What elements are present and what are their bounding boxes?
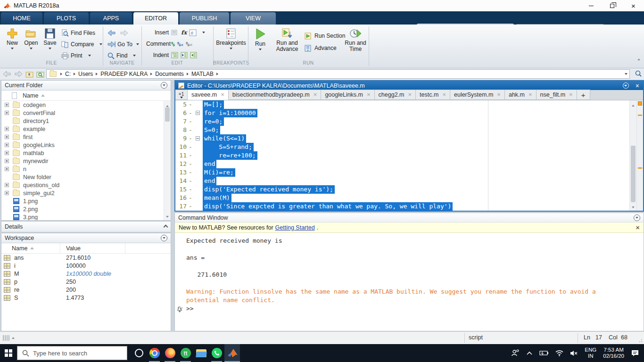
folder-forward-icon[interactable] <box>14 71 23 77</box>
editor-tab[interactable]: ahk.m × <box>505 90 537 100</box>
language-indicator[interactable]: ENG IN <box>585 347 596 359</box>
editor-scrollbar[interactable] <box>629 100 636 211</box>
ribbon-tab[interactable]: HOME <box>1 12 42 25</box>
address-search-icon[interactable] <box>635 70 642 77</box>
breakpoint-gutter[interactable]: - <box>187 194 194 202</box>
close-tab-icon[interactable]: × <box>569 92 573 97</box>
breakpoint-gutter[interactable]: - <box>187 117 194 126</box>
code-line[interactable]: 11 - re=re+100; <box>175 151 643 160</box>
find-button[interactable]: Find <box>107 51 136 60</box>
line-number[interactable]: 8 <box>175 126 187 134</box>
breakpoint-gutter[interactable]: - <box>187 151 194 160</box>
line-number[interactable]: 6 <box>175 109 187 117</box>
command-window-header[interactable]: Command Window <box>175 213 644 222</box>
command-output[interactable]: Expected received money is ans = 271.601… <box>175 233 644 313</box>
workspace-variable-row[interactable]: M 1x100000 double <box>1 270 171 278</box>
editor-tab[interactable]: eulerSystem.m × <box>450 90 505 100</box>
insert-fx-icon[interactable]: fx <box>181 29 187 36</box>
taskbar-pi-app-icon[interactable]: π <box>178 344 193 362</box>
workspace-variable-row[interactable]: re 200 <box>1 286 171 294</box>
uncomment-icon[interactable]: %✕ <box>177 41 183 48</box>
clock[interactable]: 7:53 AM 02/16/20 <box>603 347 624 359</box>
find-files-button[interactable]: Find Files <box>61 28 95 38</box>
indent-left-icon[interactable] <box>190 52 197 58</box>
folder-tree-item[interactable]: first <box>1 133 171 141</box>
breakpoint-gutter[interactable]: - <box>187 134 194 143</box>
editor-tab[interactable]: saveee.m × <box>188 90 229 100</box>
folder-tree-item[interactable]: 3.png <box>1 213 171 220</box>
code-line[interactable]: 14 - end <box>175 177 643 185</box>
code-fold-icon[interactable] <box>196 136 200 140</box>
line-number[interactable]: 13 <box>175 168 187 177</box>
comment-icon[interactable]: % <box>171 41 175 48</box>
line-number[interactable]: 10 <box>175 143 187 151</box>
code-line[interactable]: 5 - M=[]; <box>175 100 643 109</box>
code-line[interactable]: 17 - disp('Since expcted is greater than… <box>175 202 643 211</box>
breadcrumb-segment[interactable]: Documents <box>150 71 184 77</box>
code-editor[interactable]: 5 - M=[]; 6 - for i=1:100000 7 - re=0; 8 <box>175 100 643 211</box>
taskbar-chrome-icon[interactable] <box>147 344 162 362</box>
panel-menu-icon[interactable] <box>161 235 167 241</box>
folder-tree-item[interactable]: mathlab <box>1 149 171 157</box>
ribbon-tab[interactable]: VIEW <box>231 12 276 25</box>
minimize-button[interactable] <box>580 0 602 11</box>
ribbon-tab[interactable]: EDITOR <box>133 12 178 25</box>
warning-marker[interactable] <box>638 167 642 169</box>
message-indicator-icon[interactable] <box>638 101 642 106</box>
breadcrumb-segment[interactable]: PRADEEP KALRA <box>96 71 148 77</box>
resize-grip[interactable] <box>639 339 643 343</box>
indent-right-icon[interactable] <box>181 52 188 58</box>
breakpoint-gutter[interactable]: - <box>187 177 194 185</box>
close-tab-icon[interactable]: × <box>367 92 371 97</box>
fx-function-hints-icon[interactable]: fx <box>177 304 182 313</box>
advance-button[interactable]: Advance <box>305 43 337 53</box>
folder-tree-item[interactable]: convertFinal <box>1 109 171 117</box>
action-center-icon[interactable] <box>631 349 639 357</box>
new-tab-button[interactable]: + <box>577 90 590 100</box>
collapse-details-icon[interactable] <box>164 224 168 229</box>
taskbar-cortana-icon[interactable] <box>131 344 147 362</box>
run-section-button[interactable]: Run Section <box>305 31 345 41</box>
close-tab-icon[interactable]: × <box>442 92 446 97</box>
insert-dropdown-icon[interactable] <box>202 32 205 33</box>
expand-icon[interactable] <box>5 111 9 115</box>
open-button[interactable]: Open <box>22 26 41 60</box>
close-tab-icon[interactable]: × <box>497 92 501 97</box>
smart-indent-icon[interactable] <box>171 52 178 58</box>
breakpoint-gutter[interactable]: - <box>187 109 194 117</box>
folder-tree-item[interactable]: n <box>1 165 171 173</box>
editor-titlebar[interactable]: Editor - C:\Users\PRADEEP KALRA\Document… <box>175 81 643 90</box>
close-tab-icon[interactable]: × <box>314 92 317 97</box>
panel-menu-icon[interactable] <box>161 82 167 89</box>
restore-button[interactable] <box>602 0 623 11</box>
taskbar-whatsapp-icon[interactable] <box>209 344 224 362</box>
breakpoint-gutter[interactable]: - <box>187 202 194 211</box>
editor-menu-icon[interactable] <box>623 82 629 89</box>
code-line[interactable]: 7 - re=0; <box>175 117 643 126</box>
close-banner-icon[interactable]: × <box>636 223 640 231</box>
breakpoint-gutter[interactable]: - <box>187 185 194 194</box>
breakpoint-gutter[interactable]: - <box>187 100 194 109</box>
taskbar-firefox-icon[interactable] <box>162 344 178 362</box>
folder-tree-item[interactable]: simple_gui2 <box>1 189 171 197</box>
battery-icon[interactable] <box>539 350 549 356</box>
workspace-column-header[interactable]: Name Value <box>1 243 171 254</box>
insert-function-icon[interactable]: fi <box>189 29 197 36</box>
line-number[interactable]: 16 <box>175 194 187 202</box>
workspace-variable-row[interactable]: i 100000 <box>1 262 171 270</box>
expand-icon[interactable] <box>5 183 9 187</box>
folder-tree-item[interactable]: questions_old <box>1 181 171 189</box>
expand-icon[interactable] <box>5 151 9 155</box>
folder-tree-item[interactable]: 1.png <box>1 197 171 205</box>
workspace-variable-row[interactable]: ans 271.6010 <box>1 254 171 262</box>
breadcrumb-dropdown-icon[interactable] <box>625 73 627 75</box>
breadcrumb[interactable]: C: Users PRADEEP KALRA Documents MATLAB <box>46 69 630 79</box>
print-button[interactable]: Print <box>61 51 91 60</box>
getting-started-link[interactable]: Getting Started <box>275 224 315 231</box>
folder-column-header[interactable]: Name <box>1 90 171 101</box>
expand-icon[interactable] <box>5 167 9 171</box>
up-one-level-icon[interactable] <box>25 71 33 78</box>
editor-tab[interactable]: googleLinks.m × <box>321 90 374 100</box>
line-number[interactable]: 14 <box>175 177 187 185</box>
editor-close-icon[interactable]: × <box>636 82 639 90</box>
